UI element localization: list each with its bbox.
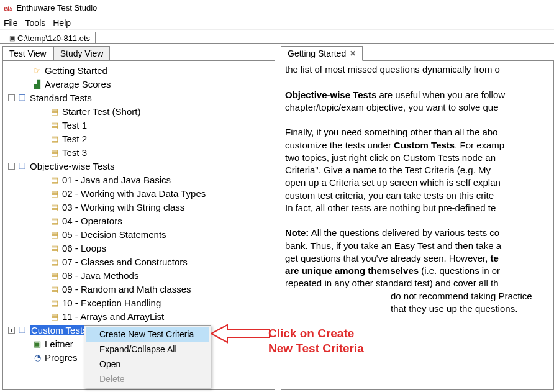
content-line: customize the tests under Custom Tests. … bbox=[285, 139, 550, 152]
tree-node-test[interactable]: 10 - Exception Handling bbox=[6, 296, 275, 309]
tree-label: 02 - Working with Java Data Types bbox=[62, 188, 206, 199]
content-span: are useful when you are follow bbox=[376, 89, 505, 100]
content-bold: Objective-wise Tests bbox=[285, 89, 376, 100]
content-span: (i.e. questions in or bbox=[419, 265, 500, 276]
tree-label: Objective-wise Tests bbox=[30, 161, 114, 171]
tree-node-test[interactable]: Starter Test (Short) bbox=[6, 104, 275, 118]
tree-node-test[interactable]: 09 - Random and Math classes bbox=[6, 282, 275, 296]
tree-node-test[interactable]: 06 - Loops bbox=[6, 241, 275, 255]
menu-file[interactable]: File bbox=[4, 18, 18, 28]
left-tabstrip: Test View Study View bbox=[0, 44, 278, 60]
context-open[interactable]: Open bbox=[86, 357, 209, 371]
tree-node-test[interactable]: 11 - Arrays and ArrayList bbox=[6, 309, 275, 323]
right-tabstrip: Getting Started ✕ bbox=[278, 44, 554, 60]
test-icon bbox=[50, 106, 60, 116]
test-icon bbox=[50, 270, 60, 280]
tree-label: Average Scores bbox=[45, 79, 111, 89]
tree-node-test[interactable]: 03 - Working with String class bbox=[6, 200, 275, 214]
content-line: two topics, just right click on Custom T… bbox=[285, 152, 550, 164]
tree-label: 07 - Classes and Constructors bbox=[62, 257, 188, 267]
tree-node-test[interactable]: 01 - Java and Java Basics bbox=[6, 173, 275, 186]
tree-node-getting-started[interactable]: ☞ Getting Started bbox=[6, 63, 275, 77]
tree-label: 09 - Random and Math classes bbox=[62, 284, 191, 294]
menu-help[interactable]: Help bbox=[53, 18, 71, 28]
test-icon bbox=[50, 216, 60, 226]
tree-node-test[interactable]: 07 - Classes and Constructors bbox=[6, 255, 275, 268]
tree-label: Test 1 bbox=[62, 120, 87, 130]
document-tab[interactable]: ▣ C:\temp\1z0-811.ets bbox=[4, 32, 96, 44]
leitner-icon: ▣ bbox=[32, 339, 42, 349]
tree-node-test[interactable]: Test 1 bbox=[6, 118, 275, 132]
test-icon bbox=[50, 202, 60, 212]
test-icon bbox=[50, 311, 60, 321]
window-title: Enthuware Test Studio bbox=[16, 3, 97, 12]
close-icon[interactable]: ✕ bbox=[350, 49, 356, 58]
tree-label: 10 - Exception Handling bbox=[62, 298, 161, 308]
tree-label: Test 3 bbox=[62, 147, 87, 158]
tree-node-average-scores[interactable]: ▟ Average Scores bbox=[6, 77, 275, 91]
document-tab-label: C:\temp\1z0-811.ets bbox=[17, 34, 90, 43]
content-area: the list of most missed questions dynami… bbox=[281, 60, 554, 390]
test-icon bbox=[50, 243, 60, 253]
menu-tools[interactable]: Tools bbox=[25, 18, 46, 28]
context-expand-collapse-all[interactable]: Expand/Collapse All bbox=[86, 342, 209, 357]
tree-node-test[interactable]: 08 - Java Methods bbox=[6, 268, 275, 282]
test-icon bbox=[50, 188, 60, 198]
test-icon bbox=[50, 257, 60, 267]
content-line: custom test criteria, you can take tests… bbox=[285, 189, 550, 202]
expand-toggle[interactable]: + bbox=[8, 327, 15, 334]
content-span: All the questions delivered by various t… bbox=[309, 227, 499, 238]
tab-study-view[interactable]: Study View bbox=[53, 46, 111, 60]
context-create-new-test-criteria[interactable]: Create New Test Criteria bbox=[86, 327, 209, 342]
tree-label: 11 - Arrays and ArrayList bbox=[62, 311, 164, 322]
tree-node-standard-tests[interactable]: − ❒ Standard Tests bbox=[6, 91, 275, 104]
document-tab-row: ▣ C:\temp\1z0-811.ets bbox=[0, 30, 554, 43]
content-bold: are unique among themselves bbox=[285, 265, 419, 276]
cube-icon: ❒ bbox=[17, 93, 27, 103]
progress-icon: ◔ bbox=[32, 352, 42, 362]
tree-node-test[interactable]: 02 - Working with Java Data Types bbox=[6, 186, 275, 200]
tree-label: Getting Started bbox=[45, 65, 107, 76]
tree-label: Standard Tests bbox=[30, 93, 92, 103]
content-line: Finally, if you need something other tha… bbox=[285, 126, 550, 139]
test-icon bbox=[50, 175, 60, 185]
test-icon bbox=[50, 120, 60, 130]
test-icon bbox=[50, 134, 60, 144]
right-tab-label: Getting Started bbox=[288, 48, 346, 58]
content-line: the list of most missed questions dynami… bbox=[285, 63, 550, 76]
content-span: get questions that you've already seen. … bbox=[285, 253, 491, 263]
content-line: Note: All the questions delivered by var… bbox=[285, 227, 550, 239]
tree-label: Progres bbox=[45, 352, 78, 363]
tab-test-view[interactable]: Test View bbox=[2, 46, 53, 60]
tree-label: 05 - Decision Statements bbox=[62, 229, 166, 240]
test-icon bbox=[50, 147, 60, 157]
context-delete: Delete bbox=[86, 371, 209, 386]
tree-node-test[interactable]: 05 - Decision Statements bbox=[6, 227, 275, 241]
content-span: . For examp bbox=[455, 140, 504, 150]
tree-node-test[interactable]: Test 2 bbox=[6, 132, 275, 145]
content-line: bank. Thus, if you take an Easy Test and… bbox=[285, 240, 550, 252]
file-icon: ▣ bbox=[9, 35, 15, 42]
tree-node-test[interactable]: 04 - Operators bbox=[6, 214, 275, 227]
test-icon bbox=[50, 298, 60, 308]
collapse-toggle[interactable]: − bbox=[8, 163, 15, 170]
content-bold: Note: bbox=[285, 227, 309, 238]
content-line: open up a Criteria set up screen which i… bbox=[285, 176, 550, 189]
tab-getting-started[interactable]: Getting Started ✕ bbox=[281, 46, 363, 61]
tree-node-objective-tests[interactable]: − ❒ Objective-wise Tests bbox=[6, 159, 275, 173]
content-bold: Custom Tests bbox=[394, 140, 455, 150]
content-line: repeated in any other standard test) and… bbox=[285, 277, 550, 289]
collapse-toggle[interactable]: − bbox=[8, 94, 15, 101]
hand-icon: ☞ bbox=[32, 65, 42, 75]
test-icon bbox=[50, 284, 60, 294]
tree-label: 08 - Java Methods bbox=[62, 270, 138, 281]
tree-node-test[interactable]: Test 3 bbox=[6, 145, 275, 159]
content-line: that they use up the questions. bbox=[285, 303, 550, 315]
content-line: chapter/topic/exam objective, you want t… bbox=[285, 101, 550, 114]
content-bold: te bbox=[491, 253, 499, 263]
cube-icon: ❒ bbox=[17, 161, 27, 171]
cube-icon: ❒ bbox=[17, 325, 27, 335]
tree-label: Test 2 bbox=[62, 134, 87, 144]
test-icon bbox=[50, 229, 60, 239]
content-span: customize the tests under bbox=[285, 140, 394, 150]
